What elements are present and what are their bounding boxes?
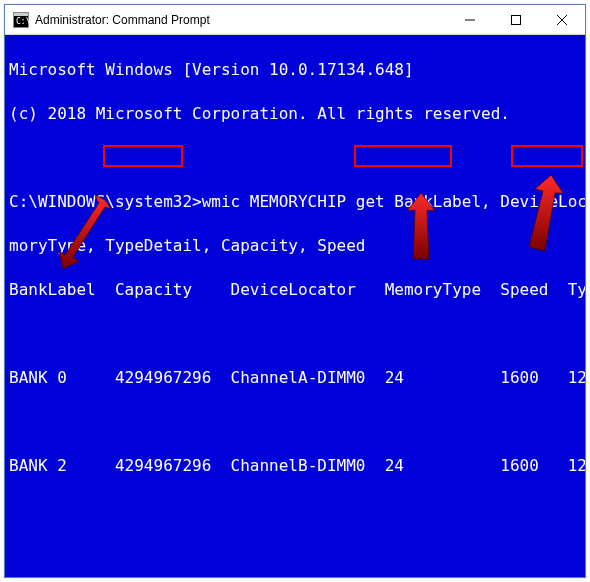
col-speed: Speed xyxy=(500,280,548,299)
command-prompt-window: C:\ Administrator: Command Prompt Micros… xyxy=(4,4,586,578)
console-line: (c) 2018 Microsoft Corporation. All righ… xyxy=(9,103,581,125)
titlebar[interactable]: C:\ Administrator: Command Prompt xyxy=(5,5,585,35)
console-line: C:\WINDOWS\system32>wmic MEMORYCHIP get … xyxy=(9,191,581,213)
window-title: Administrator: Command Prompt xyxy=(35,13,447,27)
close-button[interactable] xyxy=(539,5,585,34)
cell-banklabel: BANK 0 xyxy=(9,368,67,387)
col-banklabel: BankLabel xyxy=(9,280,96,299)
svg-text:C:\: C:\ xyxy=(16,17,29,26)
prompt: C:\WINDOWS\system32> xyxy=(9,192,202,211)
cell-memorytype: 24 xyxy=(385,368,404,387)
console-area[interactable]: Microsoft Windows [Version 10.0.17134.64… xyxy=(5,35,585,577)
col-devicelocator: DeviceLocator xyxy=(231,280,356,299)
col-capacity: Capacity xyxy=(115,280,192,299)
cell-speed: 1600 xyxy=(500,368,539,387)
table-row: BANK 0 4294967296 ChannelA-DIMM0 24 1600… xyxy=(9,367,581,389)
console-blank xyxy=(9,499,581,521)
cell-typedetail: 128 xyxy=(568,368,585,387)
svg-rect-4 xyxy=(512,15,521,24)
window-controls xyxy=(447,5,585,34)
cell-devicelocator: ChannelA-DIMM0 xyxy=(231,368,366,387)
command-prompt-icon: C:\ xyxy=(13,12,29,28)
table-header: BankLabel Capacity DeviceLocator MemoryT… xyxy=(9,279,581,301)
svg-rect-1 xyxy=(14,13,28,16)
console-line: moryType, TypeDetail, Capacity, Speed xyxy=(9,235,581,257)
console-blank xyxy=(9,147,581,169)
maximize-button[interactable] xyxy=(493,5,539,34)
minimize-button[interactable] xyxy=(447,5,493,34)
cell-memorytype: 24 xyxy=(385,456,404,475)
cell-capacity: 4294967296 xyxy=(115,456,211,475)
console-blank xyxy=(9,323,581,345)
cell-capacity: 4294967296 xyxy=(115,368,211,387)
cell-banklabel: BANK 2 xyxy=(9,456,67,475)
command-text: wmic MEMORYCHIP get BankLabel, DeviceLoc… xyxy=(202,192,585,211)
cell-typedetail: 128 xyxy=(568,456,585,475)
col-typedetail: TypeDetail xyxy=(568,280,585,299)
table-row: BANK 2 4294967296 ChannelB-DIMM0 24 1600… xyxy=(9,455,581,477)
col-memorytype: MemoryType xyxy=(385,280,481,299)
cell-speed: 1600 xyxy=(500,456,539,475)
cell-devicelocator: ChannelB-DIMM0 xyxy=(231,456,366,475)
console-blank xyxy=(9,543,581,565)
console-line: Microsoft Windows [Version 10.0.17134.64… xyxy=(9,59,581,81)
console-blank xyxy=(9,411,581,433)
